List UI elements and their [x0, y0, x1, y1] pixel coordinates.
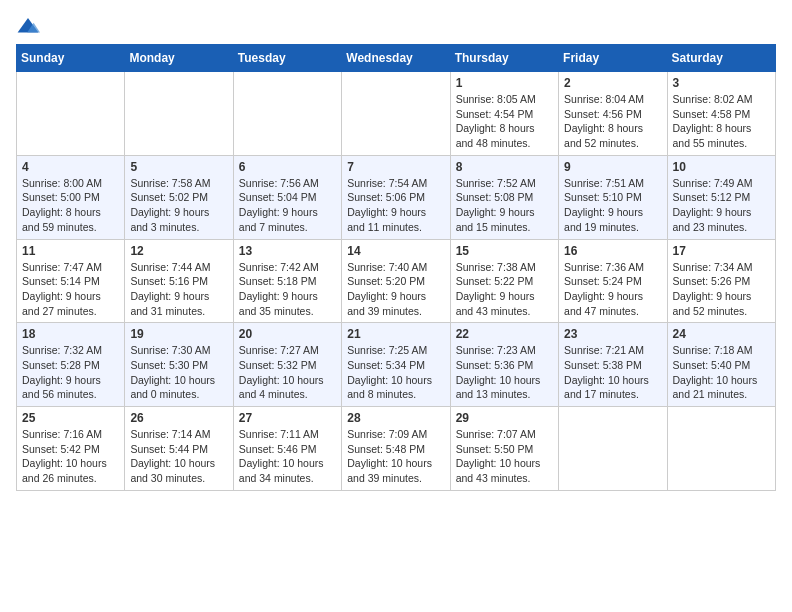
calendar-cell: 19Sunrise: 7:30 AM Sunset: 5:30 PM Dayli… [125, 323, 233, 407]
calendar-cell: 5Sunrise: 7:58 AM Sunset: 5:02 PM Daylig… [125, 155, 233, 239]
day-number: 25 [22, 411, 119, 425]
calendar-cell: 29Sunrise: 7:07 AM Sunset: 5:50 PM Dayli… [450, 407, 558, 491]
calendar-cell: 13Sunrise: 7:42 AM Sunset: 5:18 PM Dayli… [233, 239, 341, 323]
weekday-header: Tuesday [233, 45, 341, 72]
day-info: Sunrise: 7:09 AM Sunset: 5:48 PM Dayligh… [347, 427, 444, 486]
day-info: Sunrise: 7:32 AM Sunset: 5:28 PM Dayligh… [22, 343, 119, 402]
day-info: Sunrise: 8:05 AM Sunset: 4:54 PM Dayligh… [456, 92, 553, 151]
weekday-header: Wednesday [342, 45, 450, 72]
day-info: Sunrise: 7:36 AM Sunset: 5:24 PM Dayligh… [564, 260, 661, 319]
day-number: 21 [347, 327, 444, 341]
calendar-cell: 2Sunrise: 8:04 AM Sunset: 4:56 PM Daylig… [559, 72, 667, 156]
day-info: Sunrise: 7:27 AM Sunset: 5:32 PM Dayligh… [239, 343, 336, 402]
calendar-week-row: 25Sunrise: 7:16 AM Sunset: 5:42 PM Dayli… [17, 407, 776, 491]
calendar-cell: 18Sunrise: 7:32 AM Sunset: 5:28 PM Dayli… [17, 323, 125, 407]
calendar-week-row: 1Sunrise: 8:05 AM Sunset: 4:54 PM Daylig… [17, 72, 776, 156]
day-info: Sunrise: 7:18 AM Sunset: 5:40 PM Dayligh… [673, 343, 770, 402]
day-number: 28 [347, 411, 444, 425]
day-info: Sunrise: 7:47 AM Sunset: 5:14 PM Dayligh… [22, 260, 119, 319]
day-number: 19 [130, 327, 227, 341]
calendar-cell: 23Sunrise: 7:21 AM Sunset: 5:38 PM Dayli… [559, 323, 667, 407]
calendar-cell [342, 72, 450, 156]
calendar-cell: 1Sunrise: 8:05 AM Sunset: 4:54 PM Daylig… [450, 72, 558, 156]
day-number: 22 [456, 327, 553, 341]
weekday-header: Monday [125, 45, 233, 72]
calendar-cell: 25Sunrise: 7:16 AM Sunset: 5:42 PM Dayli… [17, 407, 125, 491]
calendar-table: SundayMondayTuesdayWednesdayThursdayFrid… [16, 44, 776, 491]
day-info: Sunrise: 7:42 AM Sunset: 5:18 PM Dayligh… [239, 260, 336, 319]
calendar-cell: 12Sunrise: 7:44 AM Sunset: 5:16 PM Dayli… [125, 239, 233, 323]
day-number: 7 [347, 160, 444, 174]
calendar-cell: 14Sunrise: 7:40 AM Sunset: 5:20 PM Dayli… [342, 239, 450, 323]
calendar-cell: 8Sunrise: 7:52 AM Sunset: 5:08 PM Daylig… [450, 155, 558, 239]
day-info: Sunrise: 7:07 AM Sunset: 5:50 PM Dayligh… [456, 427, 553, 486]
day-number: 14 [347, 244, 444, 258]
calendar-cell: 24Sunrise: 7:18 AM Sunset: 5:40 PM Dayli… [667, 323, 775, 407]
day-number: 26 [130, 411, 227, 425]
calendar-cell: 3Sunrise: 8:02 AM Sunset: 4:58 PM Daylig… [667, 72, 775, 156]
weekday-header: Sunday [17, 45, 125, 72]
day-number: 13 [239, 244, 336, 258]
day-number: 24 [673, 327, 770, 341]
calendar-header-row: SundayMondayTuesdayWednesdayThursdayFrid… [17, 45, 776, 72]
calendar-cell [125, 72, 233, 156]
calendar-cell [17, 72, 125, 156]
day-info: Sunrise: 7:30 AM Sunset: 5:30 PM Dayligh… [130, 343, 227, 402]
day-number: 6 [239, 160, 336, 174]
day-info: Sunrise: 7:49 AM Sunset: 5:12 PM Dayligh… [673, 176, 770, 235]
day-info: Sunrise: 7:56 AM Sunset: 5:04 PM Dayligh… [239, 176, 336, 235]
day-info: Sunrise: 7:40 AM Sunset: 5:20 PM Dayligh… [347, 260, 444, 319]
calendar-cell [233, 72, 341, 156]
day-info: Sunrise: 7:51 AM Sunset: 5:10 PM Dayligh… [564, 176, 661, 235]
day-number: 20 [239, 327, 336, 341]
page-header [16, 16, 776, 36]
calendar-cell: 15Sunrise: 7:38 AM Sunset: 5:22 PM Dayli… [450, 239, 558, 323]
day-number: 4 [22, 160, 119, 174]
day-number: 16 [564, 244, 661, 258]
day-info: Sunrise: 8:04 AM Sunset: 4:56 PM Dayligh… [564, 92, 661, 151]
day-number: 17 [673, 244, 770, 258]
calendar-cell: 4Sunrise: 8:00 AM Sunset: 5:00 PM Daylig… [17, 155, 125, 239]
day-number: 12 [130, 244, 227, 258]
day-info: Sunrise: 8:00 AM Sunset: 5:00 PM Dayligh… [22, 176, 119, 235]
calendar-cell: 20Sunrise: 7:27 AM Sunset: 5:32 PM Dayli… [233, 323, 341, 407]
calendar-cell: 16Sunrise: 7:36 AM Sunset: 5:24 PM Dayli… [559, 239, 667, 323]
calendar-cell: 26Sunrise: 7:14 AM Sunset: 5:44 PM Dayli… [125, 407, 233, 491]
day-info: Sunrise: 7:11 AM Sunset: 5:46 PM Dayligh… [239, 427, 336, 486]
day-info: Sunrise: 7:21 AM Sunset: 5:38 PM Dayligh… [564, 343, 661, 402]
calendar-cell [667, 407, 775, 491]
calendar-week-row: 11Sunrise: 7:47 AM Sunset: 5:14 PM Dayli… [17, 239, 776, 323]
calendar-cell: 11Sunrise: 7:47 AM Sunset: 5:14 PM Dayli… [17, 239, 125, 323]
calendar-cell: 17Sunrise: 7:34 AM Sunset: 5:26 PM Dayli… [667, 239, 775, 323]
day-info: Sunrise: 7:25 AM Sunset: 5:34 PM Dayligh… [347, 343, 444, 402]
day-info: Sunrise: 7:16 AM Sunset: 5:42 PM Dayligh… [22, 427, 119, 486]
day-info: Sunrise: 7:54 AM Sunset: 5:06 PM Dayligh… [347, 176, 444, 235]
day-number: 3 [673, 76, 770, 90]
calendar-cell: 7Sunrise: 7:54 AM Sunset: 5:06 PM Daylig… [342, 155, 450, 239]
day-number: 27 [239, 411, 336, 425]
day-info: Sunrise: 7:44 AM Sunset: 5:16 PM Dayligh… [130, 260, 227, 319]
day-number: 5 [130, 160, 227, 174]
calendar-cell: 21Sunrise: 7:25 AM Sunset: 5:34 PM Dayli… [342, 323, 450, 407]
day-info: Sunrise: 7:34 AM Sunset: 5:26 PM Dayligh… [673, 260, 770, 319]
calendar-cell: 9Sunrise: 7:51 AM Sunset: 5:10 PM Daylig… [559, 155, 667, 239]
day-number: 10 [673, 160, 770, 174]
day-info: Sunrise: 7:58 AM Sunset: 5:02 PM Dayligh… [130, 176, 227, 235]
calendar-cell: 22Sunrise: 7:23 AM Sunset: 5:36 PM Dayli… [450, 323, 558, 407]
day-number: 8 [456, 160, 553, 174]
day-number: 18 [22, 327, 119, 341]
day-info: Sunrise: 8:02 AM Sunset: 4:58 PM Dayligh… [673, 92, 770, 151]
logo [16, 16, 44, 36]
logo-icon [16, 16, 40, 36]
day-number: 1 [456, 76, 553, 90]
calendar-cell: 6Sunrise: 7:56 AM Sunset: 5:04 PM Daylig… [233, 155, 341, 239]
day-info: Sunrise: 7:38 AM Sunset: 5:22 PM Dayligh… [456, 260, 553, 319]
calendar-cell: 27Sunrise: 7:11 AM Sunset: 5:46 PM Dayli… [233, 407, 341, 491]
day-number: 23 [564, 327, 661, 341]
day-info: Sunrise: 7:52 AM Sunset: 5:08 PM Dayligh… [456, 176, 553, 235]
calendar-week-row: 18Sunrise: 7:32 AM Sunset: 5:28 PM Dayli… [17, 323, 776, 407]
day-number: 2 [564, 76, 661, 90]
day-number: 29 [456, 411, 553, 425]
calendar-cell: 10Sunrise: 7:49 AM Sunset: 5:12 PM Dayli… [667, 155, 775, 239]
day-number: 15 [456, 244, 553, 258]
